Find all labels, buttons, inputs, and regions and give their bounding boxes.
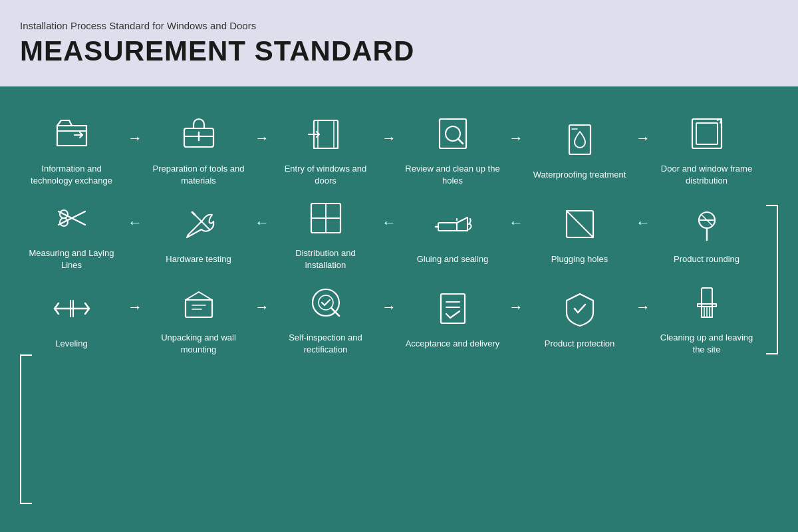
svg-rect-27	[438, 223, 457, 231]
accept-icon	[429, 285, 477, 332]
arrow-6-5: ←	[631, 214, 655, 231]
arrow-protect-cleanup: →	[631, 299, 655, 316]
step-entry-windows-label: Entry of windows and doors	[274, 163, 377, 186]
arrow-2-1: ←	[123, 214, 147, 231]
step-frame-dist-label: Door and window frame distribution	[655, 163, 758, 186]
step-leveling-label: Leveling	[55, 338, 87, 350]
arrow-1-2: →	[123, 130, 147, 147]
toolbox-icon	[175, 110, 223, 158]
connector-right	[766, 205, 778, 354]
header-subtitle: Installation Process Standard for Window…	[20, 20, 778, 31]
grid-install-icon	[302, 194, 350, 242]
step-gluing: Gluing and sealing	[401, 200, 504, 265]
step-review-holes: Review and clean up the holes	[401, 110, 504, 186]
level-icon	[48, 285, 96, 332]
unpack-icon	[175, 279, 223, 327]
header: Installation Process Standard for Window…	[0, 0, 798, 86]
process-row-2: Measuring and Laying Lines ← Hardware te…	[20, 194, 778, 271]
step-dist-install-label: Distribution and installation	[274, 247, 377, 271]
step-dist-install: Distribution and installation	[274, 194, 377, 271]
search-icon	[429, 110, 477, 158]
step-review-holes-label: Review and clean up the holes	[401, 163, 504, 186]
step-product-prot: Product protection	[528, 285, 631, 350]
step-gluing-label: Gluing and sealing	[417, 253, 489, 265]
arrow-5-6: →	[631, 130, 655, 147]
inspect-icon	[302, 279, 350, 327]
arrow-inspect-accept: →	[377, 299, 401, 316]
step-hardware-test: Hardware testing	[147, 200, 250, 265]
svg-line-32	[567, 211, 593, 237]
hardware-icon	[175, 200, 223, 248]
cleanup-icon	[683, 279, 731, 327]
arrow-lev-unpack: →	[123, 299, 147, 316]
step-cleanup-label: Cleaning up and leaving the site	[655, 332, 758, 355]
header-title: MEASUREMENT STANDARD	[20, 35, 778, 67]
svg-rect-40	[186, 300, 212, 317]
pin-icon	[683, 200, 731, 248]
step-product-prot-label: Product protection	[545, 338, 615, 350]
step-cleanup: Cleaning up and leaving the site	[655, 279, 758, 355]
arrow-5-4: ←	[504, 214, 528, 231]
frame-dist-icon	[683, 110, 731, 158]
main-content: Information and technology exchange → Pr…	[0, 86, 798, 532]
measure-icon	[48, 194, 96, 242]
step-self-inspect-label: Self-inspection and rectification	[274, 332, 377, 355]
step-rounding-label: Product rounding	[674, 253, 739, 265]
folder-icon	[48, 110, 96, 158]
connector-left	[20, 354, 32, 504]
step-hardware-test-label: Hardware testing	[166, 253, 231, 265]
svg-rect-15	[696, 123, 718, 144]
step-waterproofing-label: Waterproofing treatment	[533, 169, 626, 181]
arrow-unpack-inspect: →	[250, 299, 274, 316]
process-row-1: Information and technology exchange → Pr…	[20, 110, 778, 186]
arrow-2-3: →	[250, 130, 274, 147]
waterproof-icon	[556, 116, 604, 164]
step-waterproofing: Waterproofing treatment	[528, 116, 631, 181]
glue-icon	[429, 200, 477, 248]
step-acceptance: Acceptance and delivery	[401, 285, 504, 350]
svg-marker-28	[457, 217, 467, 231]
svg-line-23	[192, 212, 195, 215]
arrow-4-3: ←	[377, 214, 401, 231]
svg-rect-6	[318, 120, 334, 148]
step-measuring-label: Measuring and Laying Lines	[20, 247, 123, 271]
svg-rect-47	[441, 294, 465, 323]
arrow-accept-protect: →	[504, 299, 528, 316]
process-row-3: Leveling → Unpacking and wall mounting →	[20, 279, 778, 355]
step-self-inspect: Self-inspection and rectification	[274, 279, 377, 355]
step-prep-tools: Preparation of tools and materials	[147, 110, 250, 186]
step-measuring: Measuring and Laying Lines	[20, 194, 123, 271]
door-entry-icon	[302, 110, 350, 158]
step-unpacking: Unpacking and wall mounting	[147, 279, 250, 355]
step-plugging-label: Plugging holes	[551, 253, 608, 265]
step-frame-dist: Door and window frame distribution	[655, 110, 758, 186]
arrow-3-2: ←	[250, 214, 274, 231]
step-acceptance-label: Acceptance and delivery	[406, 338, 500, 350]
arrow-4-5: →	[504, 130, 528, 147]
step-plugging: Plugging holes	[528, 200, 631, 265]
step-prep-tools-label: Preparation of tools and materials	[147, 163, 250, 186]
step-rounding: Product rounding	[655, 200, 758, 265]
step-info-tech: Information and technology exchange	[20, 110, 123, 186]
step-info-tech-label: Information and technology exchange	[20, 163, 123, 186]
protect-icon	[556, 285, 604, 332]
plug-hole-icon	[556, 200, 604, 248]
arrow-3-4: →	[377, 130, 401, 147]
svg-line-11	[458, 139, 463, 144]
step-leveling: Leveling	[20, 285, 123, 350]
step-unpacking-label: Unpacking and wall mounting	[147, 332, 250, 355]
step-entry-windows: Entry of windows and doors	[274, 110, 377, 186]
